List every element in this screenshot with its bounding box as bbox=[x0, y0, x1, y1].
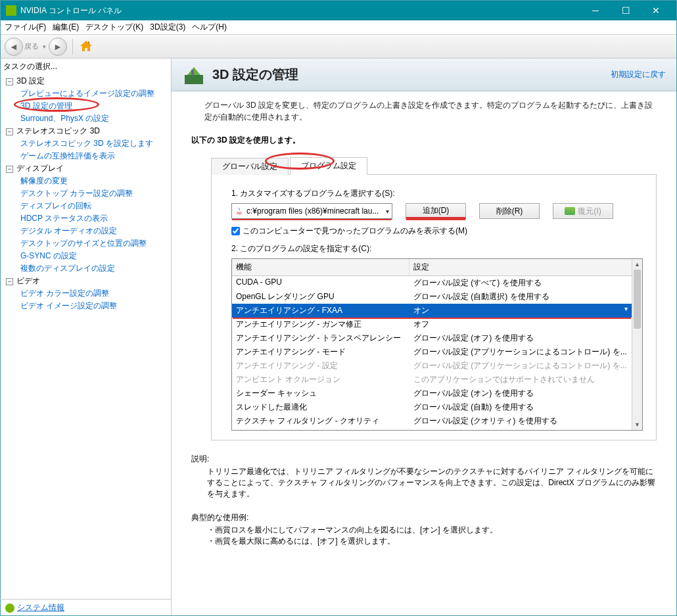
toolbar-separator bbox=[72, 39, 73, 55]
tree-item[interactable]: ステレオスコピック 3D を設定します bbox=[20, 137, 168, 150]
cell-feature: テクスチャ フィルタリング - クオリティ bbox=[232, 414, 409, 428]
usage-line-1: ・画質ロスを最小にしてパフォーマンスの向上を図るには、[オン] を選択します。 bbox=[207, 525, 657, 536]
table-row[interactable]: アンチエイリアシング - ガンマ修正オフ bbox=[232, 318, 632, 331]
menu-desktop[interactable]: デスクトップ(K) bbox=[85, 22, 143, 33]
table-row[interactable]: テクスチャ フィルタリング - トリリニア最適化グローバル設定 (オン) を使用… bbox=[232, 428, 632, 430]
cell-setting[interactable]: グローバル設定 (自動選択) を使用する bbox=[409, 290, 632, 304]
nav-back-label: 戻る bbox=[24, 41, 39, 51]
tree-group-1[interactable]: − ステレオスコピック 3D bbox=[6, 125, 168, 137]
tree-item[interactable]: プレビューによるイメージ設定の調整 bbox=[20, 87, 168, 100]
nav-back-button[interactable]: ◄ bbox=[5, 37, 23, 56]
tree-item[interactable]: ビデオ イメージ設定の調整 bbox=[20, 300, 168, 312]
system-info-link[interactable]: システム情報 bbox=[17, 602, 64, 613]
program-path: c:¥program files (x86)¥minecraft lau... bbox=[246, 206, 386, 216]
tree-item[interactable]: Surround、PhysX の設定 bbox=[20, 112, 168, 125]
scrollbar-vertical[interactable]: ▲ ▼ bbox=[632, 259, 642, 430]
menu-edit[interactable]: 編集(E) bbox=[53, 22, 79, 33]
tree-item[interactable]: 解像度の変更 bbox=[20, 175, 168, 187]
table-row[interactable]: スレッドした最適化グローバル設定 (自動) を使用する bbox=[232, 400, 632, 414]
window-title: NVIDIA コントロール パネル bbox=[20, 5, 580, 16]
tree-group-3[interactable]: − ビデオ bbox=[6, 275, 168, 287]
only-found-label: このコンピューターで見つかったプログラムのみを表示する(M) bbox=[243, 225, 467, 237]
titlebar: NVIDIA コントロール パネル ─ ☐ ✕ bbox=[1, 1, 676, 20]
usage-line-2: ・画質を最大限に高めるには、[オフ] を選択します。 bbox=[207, 536, 657, 547]
menu-3d-settings[interactable]: 3D設定(3) bbox=[150, 22, 185, 33]
table-row[interactable]: アンチエイリアシング - モードグローバル設定 (アプリケーションによるコントロ… bbox=[232, 345, 632, 359]
collapse-icon[interactable]: − bbox=[6, 278, 13, 285]
app-logo-icon bbox=[6, 5, 16, 16]
table-row[interactable]: OpenGL レンダリング GPUグローバル設定 (自動選択) を使用する bbox=[232, 290, 632, 304]
cell-setting[interactable]: オフ bbox=[409, 318, 632, 331]
table-row[interactable]: CUDA - GPUグローバル設定 (すべて) を使用する bbox=[232, 276, 632, 290]
cell-setting[interactable]: グローバル設定 (オフ) を使用する bbox=[409, 331, 632, 345]
tree-item[interactable]: デスクトップ カラー設定の調整 bbox=[20, 187, 168, 200]
minimize-button[interactable]: ─ bbox=[580, 1, 611, 20]
table-row[interactable]: アンチエイリアシング - FXAAオン▾ bbox=[232, 304, 632, 318]
reset-defaults-link[interactable]: 初期設定に戻す bbox=[611, 69, 666, 80]
chevron-down-icon[interactable]: ▾ bbox=[624, 305, 628, 312]
explain-title: 説明: bbox=[191, 454, 657, 465]
collapse-icon[interactable]: − bbox=[6, 128, 13, 135]
cell-setting[interactable]: グローバル設定 (アプリケーションによるコントロール) を... bbox=[409, 359, 632, 373]
settings-table: 機能 設定 CUDA - GPUグローバル設定 (すべて) を使用するOpenG… bbox=[231, 258, 643, 431]
java-icon bbox=[235, 206, 244, 216]
scrollbar-thumb[interactable] bbox=[634, 270, 641, 329]
remove-button[interactable]: 削除(R) bbox=[479, 203, 540, 219]
tree-item[interactable]: ゲームの互換性評価を表示 bbox=[20, 150, 168, 162]
tree-item[interactable]: デスクトップのサイズと位置の調整 bbox=[20, 237, 168, 250]
close-button[interactable]: ✕ bbox=[641, 1, 671, 20]
tab-row: グローバル設定 プログラム設定 bbox=[211, 156, 657, 175]
cell-setting[interactable]: グローバル設定 (クオリティ) を使用する bbox=[409, 414, 632, 428]
cell-setting[interactable]: このアプリケーションではサポートされていません bbox=[409, 373, 632, 387]
add-button[interactable]: 追加(D) bbox=[406, 203, 466, 219]
cell-setting[interactable]: グローバル設定 (オン) を使用する bbox=[409, 428, 632, 430]
only-found-checkbox[interactable] bbox=[231, 227, 240, 235]
nav-forward-button[interactable]: ► bbox=[49, 37, 67, 56]
tree-item[interactable]: ディスプレイの回転 bbox=[20, 200, 168, 212]
tree-group-0[interactable]: − 3D 設定 bbox=[6, 75, 168, 87]
tree-item[interactable]: 3D 設定の管理 bbox=[20, 100, 168, 112]
restore-button[interactable]: 復元(I) bbox=[553, 203, 613, 219]
table-row[interactable]: アンビエント オクルージョンこのアプリケーションではサポートされていません bbox=[232, 373, 632, 387]
cell-feature: アンビエント オクルージョン bbox=[232, 373, 409, 387]
cell-feature: スレッドした最適化 bbox=[232, 400, 409, 414]
tab-program[interactable]: プログラム設定 bbox=[290, 157, 367, 175]
nvidia-icon bbox=[5, 604, 14, 613]
nav-back-dropdown[interactable]: ▾ bbox=[43, 43, 46, 50]
cell-setting[interactable]: グローバル設定 (アプリケーションによるコントロール) を... bbox=[409, 345, 632, 359]
use-settings-label: 以下の 3D 設定を使用します。 bbox=[191, 135, 657, 146]
toolbar: ◄ 戻る ▾ ► bbox=[1, 35, 676, 59]
tree-item[interactable]: 複数のディスプレイの設定 bbox=[20, 262, 168, 275]
col-feature-header[interactable]: 機能 bbox=[232, 259, 409, 275]
table-row[interactable]: アンチエイリアシング - 設定グローバル設定 (アプリケーションによるコントロー… bbox=[232, 359, 632, 373]
collapse-icon[interactable]: − bbox=[6, 166, 13, 173]
cell-setting[interactable]: グローバル設定 (すべて) を使用する bbox=[409, 276, 632, 290]
maximize-button[interactable]: ☐ bbox=[611, 1, 641, 20]
collapse-icon[interactable]: − bbox=[6, 78, 13, 85]
cell-feature: アンチエイリアシング - ガンマ修正 bbox=[232, 318, 409, 331]
cell-setting[interactable]: オン▾ bbox=[409, 304, 632, 318]
tree-group-2[interactable]: − ディスプレイ bbox=[6, 162, 168, 175]
col-setting-header[interactable]: 設定 bbox=[409, 259, 632, 275]
tree-item[interactable]: ビデオ カラー設定の調整 bbox=[20, 287, 168, 300]
svg-rect-3 bbox=[191, 70, 194, 76]
tab-global[interactable]: グローバル設定 bbox=[211, 158, 289, 175]
table-row[interactable]: テクスチャ フィルタリング - クオリティグローバル設定 (クオリティ) を使用… bbox=[232, 414, 632, 428]
home-icon[interactable] bbox=[78, 39, 94, 55]
explain-body: トリリニア最適化では、トリリニア フィルタリングが不要なシーンのテクスチャに対す… bbox=[191, 466, 657, 499]
scroll-up-icon[interactable]: ▲ bbox=[632, 259, 642, 270]
sidebar-title: タスクの選択... bbox=[3, 61, 168, 72]
scroll-down-icon[interactable]: ▼ bbox=[632, 419, 642, 430]
program-select-combo[interactable]: c:¥program files (x86)¥minecraft lau... … bbox=[231, 203, 392, 219]
cell-setting[interactable]: グローバル設定 (自動) を使用する bbox=[409, 400, 632, 414]
table-row[interactable]: アンチエイリアシング - トランスペアレンシーグローバル設定 (オフ) を使用す… bbox=[232, 331, 632, 345]
tree-item[interactable]: HDCP ステータスの表示 bbox=[20, 212, 168, 225]
tree-item[interactable]: G-SYNC の設定 bbox=[20, 250, 168, 262]
menu-file[interactable]: ファイル(F) bbox=[5, 22, 46, 33]
page-header: 3D 設定の管理 初期設定に戻す bbox=[172, 59, 676, 91]
svg-rect-1 bbox=[185, 75, 203, 84]
table-row[interactable]: シェーダー キャッシュグローバル設定 (オン) を使用する bbox=[232, 387, 632, 400]
menu-help[interactable]: ヘルプ(H) bbox=[192, 22, 227, 33]
cell-setting[interactable]: グローバル設定 (オン) を使用する bbox=[409, 387, 632, 400]
tree-item[interactable]: デジタル オーディオの設定 bbox=[20, 225, 168, 237]
